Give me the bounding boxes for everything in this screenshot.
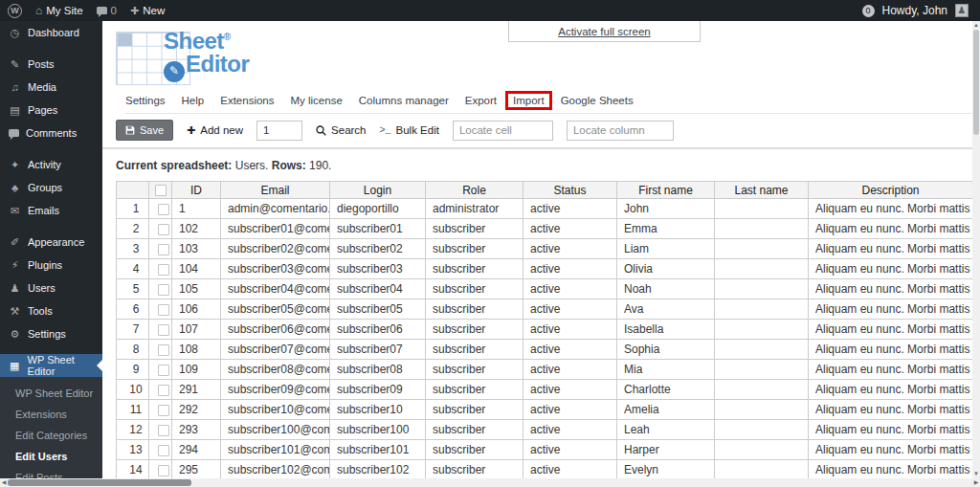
cell-login[interactable]: subscriber06 bbox=[330, 320, 426, 340]
cell-role[interactable]: subscriber bbox=[426, 380, 523, 400]
cell-status[interactable]: active bbox=[523, 360, 617, 380]
sidebar-item-activity[interactable]: ✦Activity bbox=[0, 153, 102, 176]
row-checkbox[interactable] bbox=[158, 264, 169, 276]
activate-fullscreen-button[interactable]: Activate full screen bbox=[508, 21, 701, 42]
submenu-item-edit-users[interactable]: Edit Users bbox=[0, 446, 102, 467]
cell-last[interactable] bbox=[715, 279, 809, 299]
column-header-login[interactable]: Login bbox=[330, 182, 426, 199]
column-header-id[interactable]: ID bbox=[172, 182, 221, 199]
cell-role[interactable]: subscriber bbox=[426, 440, 523, 460]
cell-role[interactable]: subscriber bbox=[426, 340, 523, 360]
cell-login[interactable]: subscriber102 bbox=[330, 460, 426, 479]
cell-login[interactable]: diegoportillo bbox=[330, 199, 426, 219]
cell-status[interactable]: active bbox=[523, 199, 617, 219]
row-checkbox[interactable] bbox=[158, 224, 169, 235]
submenu-item-edit-categories[interactable]: Edit Categories bbox=[0, 425, 102, 446]
row-number-cell[interactable]: 13 bbox=[117, 440, 149, 460]
sidebar-item-plugins[interactable]: ⚡Plugins bbox=[0, 254, 102, 277]
nav-item-help[interactable]: Help bbox=[182, 95, 205, 106]
cell-last[interactable] bbox=[715, 199, 809, 219]
row-checkbox[interactable] bbox=[158, 425, 169, 436]
cell-status[interactable]: active bbox=[523, 380, 617, 400]
sidebar-item-appearance[interactable]: ✐Appearance bbox=[0, 231, 102, 254]
cell-email[interactable]: subscriber09@comentar... bbox=[221, 380, 330, 400]
cell-role[interactable]: administrator bbox=[426, 199, 523, 219]
sidebar-item-groups[interactable]: ♣Groups bbox=[0, 176, 102, 199]
cell-status[interactable]: active bbox=[523, 420, 617, 440]
cell-first[interactable]: Leah bbox=[617, 420, 715, 440]
row-checkbox[interactable] bbox=[158, 304, 169, 316]
submenu-item-wp-sheet-editor[interactable]: WP Sheet Editor bbox=[0, 383, 102, 404]
row-number-cell[interactable]: 12 bbox=[117, 420, 149, 440]
cell-login[interactable]: subscriber100 bbox=[330, 420, 426, 440]
cell-first[interactable]: Evelyn bbox=[617, 460, 715, 479]
cell-last[interactable] bbox=[715, 219, 809, 239]
cell-email[interactable]: subscriber03@comentar... bbox=[221, 259, 330, 279]
user-avatar[interactable]: ♟ bbox=[955, 4, 969, 17]
howdy-menu[interactable]: Howdy, John bbox=[882, 4, 947, 17]
cell-email[interactable]: subscriber08@comentar... bbox=[221, 360, 330, 380]
cell-desc[interactable]: Aliquam eu nunc. Morbi mattis ullamcorpe… bbox=[809, 199, 973, 219]
column-header-description[interactable]: Description bbox=[809, 182, 973, 199]
row-number-cell[interactable]: 4 bbox=[117, 259, 149, 279]
cell-email[interactable]: subscriber100@coment... bbox=[221, 420, 330, 440]
cell-last[interactable] bbox=[715, 259, 809, 279]
cell-email[interactable]: subscriber06@comentar... bbox=[221, 320, 330, 340]
cell-role[interactable]: subscriber bbox=[426, 259, 523, 279]
cell-email[interactable]: subscriber10@comentar... bbox=[221, 400, 330, 420]
cell-last[interactable] bbox=[715, 299, 809, 320]
row-number-cell[interactable]: 7 bbox=[117, 320, 149, 340]
cell-desc[interactable]: Aliquam eu nunc. Morbi mattis ullamcorpe… bbox=[809, 279, 973, 299]
nav-item-my-license[interactable]: My license bbox=[290, 95, 342, 106]
cell-role[interactable]: subscriber bbox=[426, 279, 523, 299]
cell-status[interactable]: active bbox=[523, 239, 617, 259]
cell-id[interactable]: 103 bbox=[172, 239, 221, 259]
cell-status[interactable]: active bbox=[523, 320, 617, 340]
cell-first[interactable]: Noah bbox=[617, 279, 715, 299]
cell-desc[interactable]: Aliquam eu nunc. Morbi mattis ullamcorpe… bbox=[809, 320, 973, 340]
cell-login[interactable]: subscriber05 bbox=[330, 299, 426, 320]
nav-item-columns-manager[interactable]: Columns manager bbox=[359, 95, 449, 106]
row-checkbox[interactable] bbox=[158, 344, 169, 356]
cell-first[interactable]: Isabella bbox=[617, 320, 715, 340]
cell-desc[interactable]: Aliquam eu nunc. Morbi mattis ullamcorpe… bbox=[809, 299, 973, 320]
column-header-last-name[interactable]: Last name bbox=[715, 182, 809, 199]
sidebar-item-pages[interactable]: ▤Pages bbox=[0, 99, 102, 122]
sidebar-item-posts[interactable]: ✎Posts bbox=[0, 53, 102, 76]
row-checkbox[interactable] bbox=[158, 204, 169, 215]
cell-first[interactable]: Ava bbox=[617, 299, 715, 320]
cell-status[interactable]: active bbox=[523, 460, 617, 479]
cell-first[interactable]: Charlotte bbox=[617, 380, 715, 400]
cell-last[interactable] bbox=[715, 400, 809, 420]
wordpress-logo-icon[interactable]: W bbox=[8, 4, 22, 18]
cell-role[interactable]: subscriber bbox=[426, 460, 523, 479]
row-number-cell[interactable]: 2 bbox=[117, 219, 149, 239]
cell-id[interactable]: 293 bbox=[172, 420, 221, 440]
cell-login[interactable]: subscriber04 bbox=[330, 279, 426, 299]
cell-login[interactable]: subscriber02 bbox=[330, 239, 426, 259]
cell-id[interactable]: 106 bbox=[172, 299, 221, 320]
row-checkbox[interactable] bbox=[158, 244, 169, 255]
cell-id[interactable]: 108 bbox=[172, 340, 221, 360]
notification-badge[interactable]: 0 bbox=[862, 5, 875, 17]
cell-id[interactable]: 105 bbox=[172, 279, 221, 299]
sidebar-item-comments[interactable]: Comments bbox=[0, 122, 102, 144]
cell-last[interactable] bbox=[715, 420, 809, 440]
cell-desc[interactable]: Aliquam eu nunc. Morbi mattis ullamcorpe… bbox=[809, 259, 973, 279]
cell-id[interactable]: 1 bbox=[172, 199, 221, 219]
cell-id[interactable]: 294 bbox=[172, 440, 221, 460]
column-header-role[interactable]: Role bbox=[426, 182, 523, 199]
vertical-scrollbar[interactable]: ▲ ▼ bbox=[972, 21, 980, 478]
select-all-checkbox[interactable] bbox=[155, 185, 167, 196]
sidebar-item-emails[interactable]: ✉Emails bbox=[0, 199, 102, 222]
row-checkbox[interactable] bbox=[158, 405, 169, 416]
row-checkbox[interactable] bbox=[158, 284, 169, 296]
row-number-cell[interactable]: 8 bbox=[117, 340, 149, 360]
cell-first[interactable]: Harper bbox=[617, 440, 715, 460]
cell-last[interactable] bbox=[715, 320, 809, 340]
cell-desc[interactable]: Aliquam eu nunc. Morbi mattis ullamcorpe… bbox=[809, 360, 973, 380]
cell-login[interactable]: subscriber09 bbox=[330, 380, 426, 400]
sidebar-item-users[interactable]: ♟Users bbox=[0, 277, 102, 299]
column-header-email[interactable]: Email bbox=[221, 182, 330, 199]
cell-last[interactable] bbox=[715, 239, 809, 259]
